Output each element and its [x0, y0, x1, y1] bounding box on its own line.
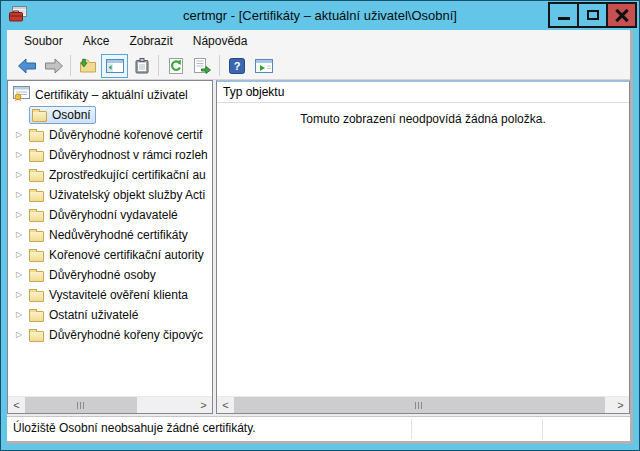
refresh-icon: [167, 58, 185, 74]
menu-zobrazit[interactable]: Zobrazit: [119, 31, 182, 51]
scroll-left-button[interactable]: <: [217, 397, 234, 413]
folder-icon: [32, 111, 47, 122]
tree-horizontal-scrollbar[interactable]: < >: [8, 396, 212, 413]
help-icon: ?: [229, 58, 245, 74]
show-hide-action-pane-button[interactable]: [250, 54, 277, 78]
tree-item[interactable]: ▷ Důvěryhodné kořeny čipovýc: [8, 325, 212, 345]
tree-item[interactable]: ▷ Uživatelský objekt služby Acti: [8, 185, 212, 205]
toolbar-separator: [158, 55, 159, 76]
scrollbar-track[interactable]: [605, 397, 612, 413]
scrollbar-thumb[interactable]: [25, 397, 137, 413]
folder-icon: [29, 291, 44, 302]
scroll-right-button[interactable]: >: [195, 397, 212, 413]
expand-arrow-icon[interactable]: ▷: [16, 251, 29, 259]
tree-item-label: Vystavitelé ověření klienta: [49, 288, 188, 302]
scrollbar-track[interactable]: [137, 397, 195, 413]
tree-item-label: Osobní: [52, 108, 91, 122]
mmc-console-icon: [9, 6, 27, 26]
expand-arrow-icon[interactable]: ▷: [16, 331, 29, 339]
refresh-button[interactable]: [162, 54, 189, 78]
tree-item-label: Kořenové certifikační autority: [49, 248, 204, 262]
certmgr-window: certmgr - [Certifikáty – aktuální uživat…: [0, 0, 640, 451]
status-bar: Úložiště Osobní neobsahuje žádné certifi…: [7, 416, 630, 441]
expand-arrow-icon[interactable]: ▷: [16, 151, 29, 159]
folder-icon: [29, 211, 44, 222]
tree-item-label: Ostatní uživatelé: [49, 308, 138, 322]
tree-item-osobni[interactable]: Osobní: [8, 105, 212, 125]
menu-akce[interactable]: Akce: [73, 31, 120, 51]
expand-arrow-icon[interactable]: ▷: [16, 311, 29, 319]
maximize-button[interactable]: [577, 2, 608, 28]
forward-button[interactable]: [40, 54, 67, 78]
up-one-level-button[interactable]: [74, 54, 101, 78]
svg-text:?: ?: [233, 60, 240, 72]
details-pane: Typ objektu Tomuto zobrazení neodpovídá …: [216, 80, 630, 414]
tree-item-label: Zprostředkující certifikační au: [49, 168, 206, 182]
status-text: Úložiště Osobní neobsahuje žádné certifi…: [13, 421, 256, 435]
expand-arrow-icon[interactable]: ▷: [16, 191, 29, 199]
expand-arrow-icon[interactable]: ▷: [16, 271, 29, 279]
folder-icon: [29, 231, 44, 242]
tree-item[interactable]: ▷ Nedůvěryhodné certifikáty: [8, 225, 212, 245]
titlebar: certmgr - [Certifikáty – aktuální uživat…: [1, 1, 639, 30]
tree-item[interactable]: ▷ Ostatní uživatelé: [8, 305, 212, 325]
window-title: certmgr - [Certifikáty – aktuální uživat…: [1, 8, 639, 23]
close-button[interactable]: [606, 2, 637, 28]
certificates-store-icon: [13, 86, 30, 105]
toolbar-separator: [70, 55, 71, 76]
tree-item-label: Důvěryhodnost v rámci rozleh: [49, 148, 208, 162]
minimize-icon: [558, 17, 570, 20]
tree-item-label: Důvěryhodné kořeny čipovýc: [49, 328, 203, 342]
console-tree-pane: Certifikáty – aktuální uživatel Osobní ▷…: [7, 80, 213, 414]
tree-item-label: Certifikáty – aktuální uživatel: [35, 88, 188, 102]
minimize-button[interactable]: [548, 2, 579, 28]
back-icon: [17, 58, 37, 74]
show-hide-console-tree-button[interactable]: [101, 54, 128, 78]
action-pane-icon: [255, 59, 273, 73]
export-list-button[interactable]: [189, 54, 216, 78]
column-header-object-type[interactable]: Typ objektu: [217, 82, 629, 103]
folder-icon: [29, 131, 44, 142]
expand-arrow-icon[interactable]: ▷: [16, 171, 29, 179]
properties-button[interactable]: [128, 54, 155, 78]
tree-item[interactable]: ▷ Důvěryhodné kořenové certif: [8, 125, 212, 145]
expand-arrow-icon[interactable]: ▷: [16, 211, 29, 219]
expand-arrow-icon[interactable]: ▷: [16, 131, 29, 139]
tree-item[interactable]: ▷ Vystavitelé ověření klienta: [8, 285, 212, 305]
folder-icon: [29, 331, 44, 342]
tree-item-label: Důvěryhodné kořenové certif: [49, 128, 202, 142]
scrollbar-thumb[interactable]: [234, 397, 605, 413]
maximize-icon: [587, 10, 599, 20]
help-button[interactable]: ?: [223, 54, 250, 78]
menu-soubor[interactable]: Soubor: [14, 31, 73, 51]
tree-item[interactable]: ▷ Kořenové certifikační autority: [8, 245, 212, 265]
tree-item[interactable]: ▷ Důvěryhodní vydavatelé: [8, 205, 212, 225]
scroll-right-button[interactable]: >: [612, 397, 629, 413]
tree-item-root[interactable]: Certifikáty – aktuální uživatel: [8, 85, 212, 105]
scroll-left-button[interactable]: <: [8, 397, 25, 413]
status-separator: [411, 419, 412, 439]
tree-item-label: Uživatelský objekt služby Acti: [49, 188, 205, 202]
expand-arrow-icon[interactable]: ▷: [16, 291, 29, 299]
tree-item-label: Důvěryhodní vydavatelé: [49, 208, 178, 222]
menubar: Soubor Akce Zobrazit Nápověda: [7, 30, 630, 52]
back-button[interactable]: [13, 54, 40, 78]
tree-item[interactable]: ▷ Zprostředkující certifikační au: [8, 165, 212, 185]
tree-item[interactable]: ▷ Důvěryhodnost v rámci rozleh: [8, 145, 212, 165]
tree-item-label: Nedůvěryhodné certifikáty: [49, 228, 188, 242]
menu-napoveda[interactable]: Nápověda: [183, 31, 258, 51]
close-icon: [614, 8, 630, 22]
export-list-icon: [193, 58, 212, 74]
tree-item[interactable]: ▷ Důvěryhodné osoby: [8, 265, 212, 285]
details-horizontal-scrollbar[interactable]: < >: [217, 396, 629, 413]
folder-icon: [29, 191, 44, 202]
status-separator: [542, 419, 543, 439]
up-one-level-icon: [78, 58, 98, 74]
main-area: Certifikáty – aktuální uživatel Osobní ▷…: [7, 80, 630, 416]
folder-icon: [29, 311, 44, 322]
folder-icon: [29, 251, 44, 262]
expand-arrow-icon[interactable]: ▷: [16, 231, 29, 239]
certificate-tree: Certifikáty – aktuální uživatel Osobní ▷…: [8, 81, 212, 396]
console-tree-icon: [106, 59, 124, 73]
selected-item-box: Osobní: [29, 106, 96, 124]
